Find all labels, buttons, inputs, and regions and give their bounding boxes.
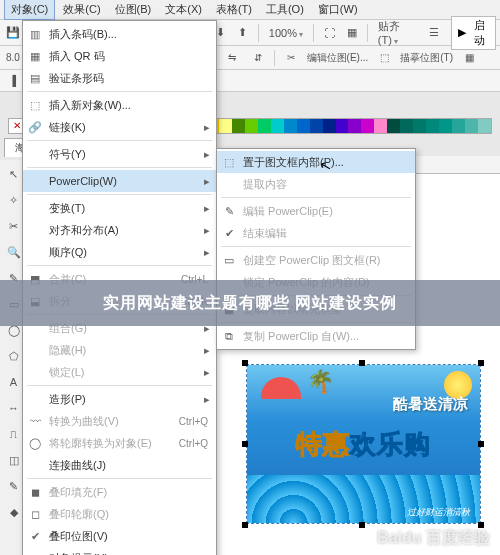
color-swatch[interactable] <box>426 119 439 133</box>
menu-insert-new[interactable]: ⬚插入新对象(W)... <box>23 94 216 116</box>
menu-links[interactable]: 🔗链接(K) <box>23 116 216 138</box>
menu-object[interactable]: 对象(C) <box>4 0 55 20</box>
color-swatch[interactable] <box>413 119 426 133</box>
qr-icon: ▦ <box>27 50 43 63</box>
crop-tool-icon[interactable]: ✂ <box>4 216 24 236</box>
resample-icon[interactable]: ▦ <box>459 48 479 68</box>
eyedropper-tool-icon[interactable]: ✎ <box>4 476 24 496</box>
menu-tools[interactable]: 工具(O) <box>260 0 310 19</box>
color-swatch[interactable] <box>258 119 271 133</box>
color-swatch[interactable] <box>323 119 336 133</box>
color-swatch[interactable] <box>232 119 245 133</box>
submenu-edit-pc: ✎编辑 PowerClip(E) <box>217 200 415 222</box>
color-swatch[interactable] <box>297 119 310 133</box>
menu-hide: 隐藏(H) <box>23 339 216 361</box>
menu-object-hint[interactable]: 对象提示(H) <box>23 547 216 555</box>
outline-icon: ◯ <box>27 437 43 450</box>
trace-bitmap-button[interactable]: 描摹位图(T) <box>400 51 453 65</box>
effects-tool-icon[interactable]: ◫ <box>4 450 24 470</box>
menu-overprint-bitmap[interactable]: ✔叠印位图(V) <box>23 525 216 547</box>
menu-table[interactable]: 表格(T) <box>210 0 258 19</box>
color-swatch[interactable] <box>348 119 361 133</box>
barcode-icon: ▥ <box>27 28 43 41</box>
zoom-tool-icon[interactable]: 🔍 <box>4 242 24 262</box>
palm-graphic: 🌴 <box>307 369 334 395</box>
menu-insert-barcode[interactable]: ▥插入条码(B)... <box>23 23 216 45</box>
color-swatch[interactable] <box>439 119 452 133</box>
color-swatch[interactable] <box>310 119 323 133</box>
menu-overprint-fill: ◼叠印填充(F) <box>23 481 216 503</box>
rulers-icon[interactable]: ▦ <box>342 23 361 43</box>
edit-bitmap-button[interactable]: 编辑位图(E)... <box>307 51 369 65</box>
overlay-banner: 实用网站建设主题有哪些 网站建设实例 <box>0 280 500 326</box>
dimension-tool-icon[interactable]: ↔ <box>4 398 24 418</box>
watermark: Baidu 百度经验 <box>377 528 490 549</box>
color-swatch[interactable] <box>245 119 258 133</box>
selected-image[interactable]: 🌴 酷暑送清凉 特惠欢乐购 过好财运消清秋 <box>246 364 481 524</box>
snap-button[interactable]: 贴齐(T) <box>374 19 421 46</box>
menubar: 对象(C) 效果(C) 位图(B) 文本(X) 表格(T) 工具(O) 窗口(W… <box>0 0 500 20</box>
pick-tool-icon[interactable]: ↖ <box>4 164 24 184</box>
menu-lock: 锁定(L) <box>23 361 216 383</box>
polygon-tool-icon[interactable]: ⬠ <box>4 346 24 366</box>
color-swatch[interactable] <box>219 119 232 133</box>
color-swatch[interactable] <box>387 119 400 133</box>
run-button[interactable]: ▶启动 <box>451 16 496 50</box>
fullscreen-icon[interactable]: ⛶ <box>320 23 339 43</box>
validate-icon: ▤ <box>27 72 43 85</box>
selection-handle[interactable] <box>359 522 365 528</box>
menu-bitmap[interactable]: 位图(B) <box>109 0 158 19</box>
check-icon: ✔ <box>27 530 43 543</box>
submenu-place-inside[interactable]: ⬚置于图文框内部(P)... <box>217 151 415 173</box>
mirror-h-icon[interactable]: ⇋ <box>222 48 242 68</box>
selection-handle[interactable] <box>242 522 248 528</box>
menu-symbol[interactable]: 符号(Y) <box>23 143 216 165</box>
menu-effects[interactable]: 效果(C) <box>57 0 106 19</box>
link-icon: 🔗 <box>27 121 43 134</box>
submenu-create-frame: ▭创建空 PowerClip 图文框(R) <box>217 249 415 271</box>
color-swatch[interactable] <box>271 119 284 133</box>
finish-icon: ✔ <box>221 227 237 240</box>
menu-insert-qr[interactable]: ▦插入 QR 码 <box>23 45 216 67</box>
color-swatch[interactable] <box>400 119 413 133</box>
selection-handle[interactable] <box>242 441 248 447</box>
edit-pc-icon: ✎ <box>221 205 237 218</box>
color-swatch[interactable] <box>336 119 349 133</box>
menu-text[interactable]: 文本(X) <box>159 0 208 19</box>
zoom-field[interactable]: 100% <box>265 27 307 39</box>
color-swatch[interactable] <box>284 119 297 133</box>
selection-handle[interactable] <box>242 360 248 366</box>
menu-align[interactable]: 对齐和分布(A) <box>23 219 216 241</box>
shape-tool-icon[interactable]: ✧ <box>4 190 24 210</box>
export-icon[interactable]: ⬆ <box>233 23 252 43</box>
menu-powerclip[interactable]: PowerClip(W) <box>23 170 216 192</box>
color-swatch[interactable] <box>361 119 374 133</box>
color-swatch[interactable] <box>374 119 387 133</box>
menu-to-outline: ◯将轮廓转换为对象(E)Ctrl+Q <box>23 432 216 454</box>
connector-tool-icon[interactable]: ⎍ <box>4 424 24 444</box>
crop-icon[interactable]: ✂ <box>281 48 301 68</box>
selection-handle[interactable] <box>478 441 484 447</box>
save-icon[interactable]: 💾 <box>4 23 23 43</box>
color-swatch[interactable] <box>465 119 478 133</box>
submenu-finish-edit: ✔结束编辑 <box>217 222 415 244</box>
fill-tool-icon[interactable]: ◆ <box>4 502 24 522</box>
umbrella-graphic <box>261 377 301 399</box>
color-swatch[interactable] <box>478 119 491 133</box>
menu-validate-barcode[interactable]: ▤验证条形码 <box>23 67 216 89</box>
mirror-v-icon[interactable]: ⇵ <box>248 48 268 68</box>
submenu-extract: 提取内容 <box>217 173 415 195</box>
menu-order[interactable]: 顺序(Q) <box>23 241 216 263</box>
selection-handle[interactable] <box>478 360 484 366</box>
selection-handle[interactable] <box>359 360 365 366</box>
options-icon[interactable]: ☰ <box>425 23 444 43</box>
menu-join-curves[interactable]: 连接曲线(J) <box>23 454 216 476</box>
menu-transform[interactable]: 变换(T) <box>23 197 216 219</box>
text-tool-icon[interactable]: A <box>4 372 24 392</box>
color-swatch[interactable] <box>452 119 465 133</box>
frame-icon: ▭ <box>221 254 237 267</box>
promo-subtitle: 过好财运消清秋 <box>407 506 470 519</box>
trace-icon[interactable]: ⬚ <box>374 48 394 68</box>
menu-shaping[interactable]: 造形(P) <box>23 388 216 410</box>
menu-window[interactable]: 窗口(W) <box>312 0 364 19</box>
